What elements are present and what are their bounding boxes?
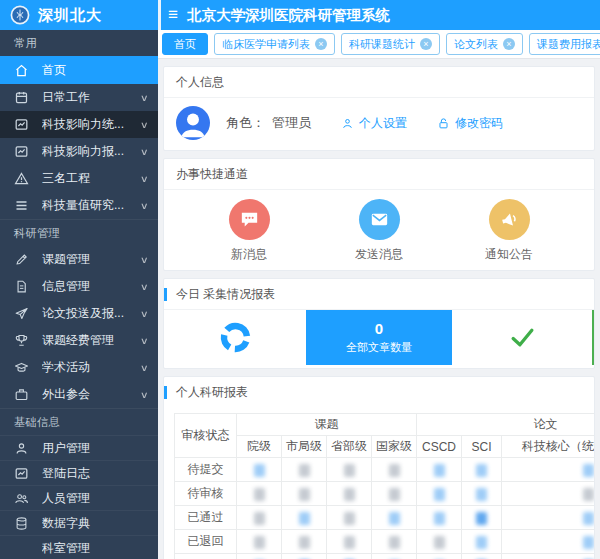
quick-item-send-message[interactable]: 发送消息 [314,199,444,263]
table-cell [462,530,502,554]
sidebar-item-login-log[interactable]: 登陆日志 [0,460,158,485]
column-header: 院级 [237,436,282,458]
sidebar-item-label: 三名工程 [42,170,141,187]
sidebar-item-paper-submit[interactable]: 论文投送及报... ∨ [0,300,158,327]
sidebar-item-info-mgmt[interactable]: 信息管理 ∨ [0,273,158,300]
quick-item-label: 通知公告 [485,246,533,263]
sidebar-item-tech-value-research[interactable]: 科技量值研究... ∨ [0,192,158,219]
table-cell [282,506,327,530]
tab-clinical-application-list[interactable]: 临床医学申请列表 × [214,33,335,55]
close-icon[interactable]: × [503,38,515,50]
sidebar-item-funds-mgmt[interactable]: 课题经费管理 ∨ [0,327,158,354]
users-icon [14,491,29,506]
sidebar-item-home[interactable]: 首页 [0,56,158,84]
tab-label: 首页 [174,37,196,52]
close-icon[interactable]: × [315,38,327,50]
tab-home[interactable]: 首页 [162,33,208,55]
sidebar-item-label: 学术活动 [42,359,141,376]
paper-plane-icon [14,306,29,321]
sidebar-item-tech-influence-report[interactable]: 科技影响力报... ∨ [0,138,158,165]
chevron-down-icon: ∨ [140,390,149,400]
sidebar-item-academic-activity[interactable]: 学术活动 ∨ [0,354,158,381]
blurred-value [344,488,355,501]
blurred-value [434,488,445,501]
quick-item-new-message[interactable]: 新消息 [184,199,314,263]
blurred-value [254,488,265,501]
blurred-value [254,512,265,525]
tab-research-project-stats[interactable]: 科研课题统计 × [341,33,440,55]
table-cell [417,530,462,554]
section-title: 个人科研报表 [176,384,248,401]
column-header: 市局级 [282,436,327,458]
chevron-down-icon: ∨ [140,255,149,265]
table-cell [417,554,462,559]
role-label: 角色： [226,114,265,132]
avatar[interactable] [176,106,210,140]
blurred-value [344,464,355,477]
sidebar-item-personnel-mgmt[interactable]: 人员管理 [0,485,158,510]
logo-area[interactable]: 深圳北大 [0,0,158,30]
hamburger-menu-icon[interactable]: ≡ [161,0,187,30]
sidebar-item-three-projects[interactable]: 三名工程 ∨ [0,165,158,192]
chevron-down-icon: ∨ [140,282,149,292]
chevron-down-icon: ∨ [140,336,149,346]
database-icon [14,516,29,531]
tab-paper-list[interactable]: 论文列表 × [446,33,523,55]
sidebar-item-label: 日常工作 [42,89,141,106]
megaphone-icon [489,199,530,240]
tab-label: 临床医学申请列表 [222,37,310,52]
graduation-cap-icon [14,360,29,375]
sidebar-item-label: 论文投送及报... [42,305,141,322]
checkmark-icon [509,324,536,351]
card-header: 今日 采集情况报表 [164,279,594,310]
blurred-value [254,464,265,477]
stat-loading [164,310,306,365]
table-row: 待提交 [175,458,595,482]
chart-icon [14,466,29,481]
pen-icon [14,252,29,267]
chevron-down-icon: ∨ [140,93,149,103]
card-header: 个人科研报表 [164,377,594,407]
table-cell [237,554,282,559]
sidebar-item-project-mgmt[interactable]: 课题管理 ∨ [0,246,158,273]
table-row: 已退回 [175,530,595,554]
user-icon [14,441,29,456]
blurred-value [583,488,594,501]
blurred-value [476,512,487,525]
sidebar-item-label: 课题经费管理 [42,332,141,349]
warning-icon [14,171,29,186]
blurred-value [389,512,400,525]
blurred-value [583,464,594,477]
sidebar-item-outgoing-meeting[interactable]: 外出参会 ∨ [0,381,158,408]
quick-access-card: 办事快捷通道 新消息 发送消息 [163,158,595,271]
sidebar-item-tech-influence-stats[interactable]: 科技影响力统... ∨ [0,111,158,138]
link-label: 修改密码 [455,115,503,132]
column-header: CSCD [417,436,462,458]
stat-total-articles[interactable]: 0 全部文章数量 [306,310,452,365]
table-cell [327,530,372,554]
sidebar-item-department-mgmt[interactable]: 科室管理 [0,535,158,559]
chart-icon [14,144,29,159]
table-cell [372,482,417,506]
stat-success [452,310,592,365]
quick-item-notice[interactable]: 通知公告 [444,199,574,263]
table-cell [502,554,595,559]
change-password-link[interactable]: 修改密码 [437,115,503,132]
row-label: 已退回 [175,530,237,554]
table-cell [327,506,372,530]
close-icon[interactable]: × [420,38,432,50]
role-text: 角色： 管理员 [226,114,311,132]
tab-project-cost-report[interactable]: 课题费用报表 × [529,33,600,55]
blurred-value [476,464,487,477]
sidebar-item-user-mgmt[interactable]: 用户管理 [0,435,158,460]
sidebar-item-label: 首页 [42,62,148,79]
table-cell [417,458,462,482]
table-cell [502,458,595,482]
sidebar-item-data-dictionary[interactable]: 数据字典 [0,510,158,535]
sidebar-item-daily-work[interactable]: 日常工作 ∨ [0,84,158,111]
blurred-value [583,512,594,525]
personal-settings-link[interactable]: 个人设置 [341,115,407,132]
table-cell [372,458,417,482]
section-title: 办事快捷通道 [176,166,248,183]
report-table-wrapper: 审核状态 课题 论文 院级 市局级 省部级 国家级 CSCD SCI 科技核心（… [164,407,594,559]
